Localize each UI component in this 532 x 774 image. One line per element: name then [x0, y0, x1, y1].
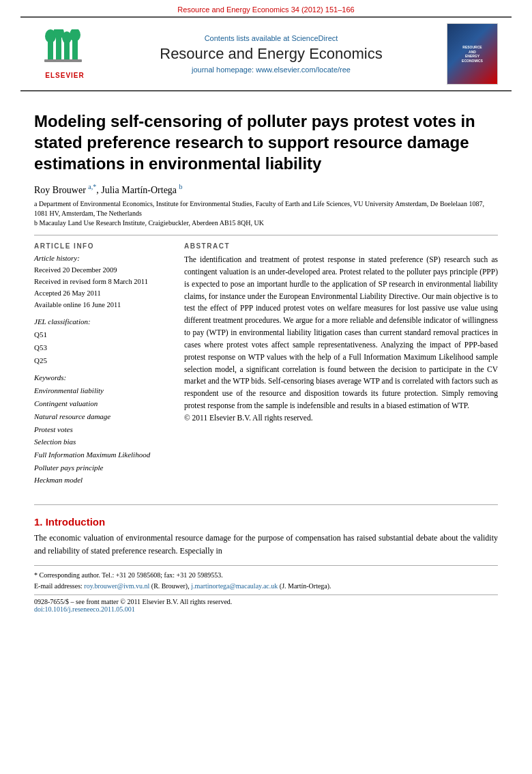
elsevier-logo: ELSEVIER: [34, 29, 95, 79]
received-date: Received 20 December 2009: [34, 265, 171, 276]
sciencedirect-label: ScienceDirect: [291, 34, 338, 42]
email1-link[interactable]: roy.brouwer@ivm.vu.nl: [84, 582, 149, 590]
sciencedirect-link: Contents lists available at ScienceDirec…: [102, 34, 440, 42]
doi-line: doi:10.1016/j.reseneeco.2011.05.001: [34, 605, 498, 613]
online-date: Available online 16 June 2011: [34, 300, 171, 311]
elsevier-wordmark: ELSEVIER: [45, 72, 84, 79]
jel-q25: Q25: [34, 354, 171, 367]
divider: [34, 235, 498, 235]
accepted-date: Accepted 26 May 2011: [34, 288, 171, 300]
keyword-8: Heckman model: [34, 474, 171, 487]
jel-title: JEL classification:: [34, 317, 171, 326]
article-history-group: Article history: Received 20 December 20…: [34, 254, 171, 311]
journal-center: Contents lists available at ScienceDirec…: [95, 34, 447, 74]
corresponding-note: * Corresponding author. Tel.: +31 20 598…: [34, 570, 498, 581]
journal-homepage: journal homepage: www.elsevier.com/locat…: [102, 66, 440, 74]
article-title: Modeling self-censoring of polluter pays…: [34, 111, 498, 175]
jel-codes: Q51 Q53 Q25: [34, 328, 171, 367]
two-column-layout: ARTICLE INFO Article history: Received 2…: [34, 242, 498, 493]
elsevier-tree-icon: [41, 29, 89, 70]
journal-ref-text: Resource and Energy Economics 34 (2012) …: [177, 5, 354, 14]
keyword-7: Polluter pays principle: [34, 461, 171, 474]
journal-cover-image: RESOURCE AND ENERGY ECONOMICS: [447, 23, 498, 85]
doi-bar: 0928-7655/$ – see front matter © 2011 El…: [34, 594, 498, 613]
email1-parenthetical: (R. Brouwer),: [149, 582, 191, 590]
footer-notes: * Corresponding author. Tel.: +31 20 598…: [34, 565, 498, 592]
abstract-label: ABSTRACT: [184, 242, 498, 250]
introduction-heading: 1. Introduction: [34, 516, 498, 528]
keyword-1: Environmental liability: [34, 384, 171, 397]
article-info-column: ARTICLE INFO Article history: Received 2…: [34, 242, 171, 493]
svg-rect-8: [44, 59, 82, 62]
abstract-copyright: © 2011 Elsevier B.V. All rights reserved…: [184, 414, 313, 422]
keyword-5: Selection bias: [34, 435, 171, 448]
contents-label: Contents lists available at: [205, 34, 292, 42]
affiliation-b: b Macaulay Land Use Research Institute, …: [34, 218, 498, 228]
keywords-list: Environmental liability Contingent valua…: [34, 384, 171, 487]
keywords-group: Keywords: Environmental liability Contin…: [34, 373, 171, 487]
keyword-6: Full Information Maximum Likelihood: [34, 448, 171, 461]
jel-group: JEL classification: Q51 Q53 Q25: [34, 317, 171, 367]
revised-date: Received in revised form 8 March 2011: [34, 276, 171, 288]
email-label: E-mail addresses:: [34, 582, 84, 590]
homepage-url: www.elsevier.com/locate/ree: [256, 66, 351, 74]
issn-line: 0928-7655/$ – see front matter © 2011 El…: [34, 598, 498, 605]
email-line: E-mail addresses: roy.brouwer@ivm.vu.nl …: [34, 581, 498, 592]
keyword-3: Natural resource damage: [34, 410, 171, 423]
cover-title: RESOURCE AND ENERGY ECONOMICS: [462, 45, 483, 63]
history-title: Article history:: [34, 254, 171, 262]
keywords-title: Keywords:: [34, 373, 171, 382]
keyword-4: Protest votes: [34, 423, 171, 436]
main-content: Modeling self-censoring of polluter pays…: [0, 91, 532, 627]
homepage-label: journal homepage:: [192, 66, 256, 74]
abstract-column: ABSTRACT The identification and treatmen…: [184, 242, 498, 493]
doi-link[interactable]: doi:10.1016/j.reseneeco.2011.05.001: [34, 605, 135, 613]
email2-parenthetical: (J. Martín-Ortega).: [278, 582, 331, 590]
article-info-label: ARTICLE INFO: [34, 242, 171, 250]
abstract-text: The identification and treatment of prot…: [184, 254, 498, 424]
journal-header: ELSEVIER Contents lists available at Sci…: [20, 16, 512, 91]
keyword-2: Contingent valuation: [34, 397, 171, 410]
section-divider: [34, 504, 498, 505]
jel-q53: Q53: [34, 341, 171, 354]
authors: Roy Brouwer a,*, Julia Martín-Ortega b: [34, 183, 498, 196]
introduction-body: The economic valuation of environmental …: [34, 532, 498, 557]
journal-title-header: Resource and Energy Economics: [102, 45, 440, 63]
affiliation-a: a Department of Environmental Economics,…: [34, 199, 498, 218]
jel-q51: Q51: [34, 328, 171, 341]
email2-link[interactable]: j.martinortega@macaulay.ac.uk: [191, 582, 278, 590]
abstract-body: The identification and treatment of prot…: [184, 255, 498, 410]
journal-reference: Resource and Energy Economics 34 (2012) …: [0, 0, 532, 16]
affiliations: a Department of Environmental Economics,…: [34, 199, 498, 228]
